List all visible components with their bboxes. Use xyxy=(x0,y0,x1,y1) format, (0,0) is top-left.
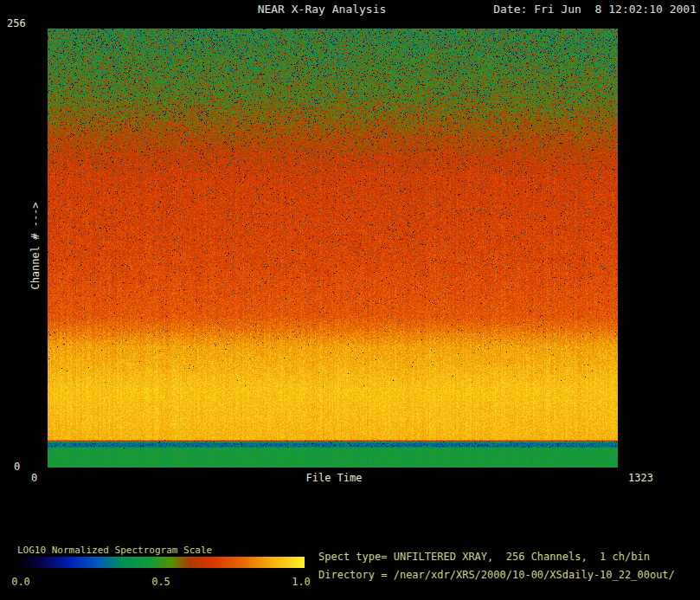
colorbar-min-label: 0.0 xyxy=(11,577,30,587)
x-axis-label: File Time xyxy=(305,473,362,483)
near-xray-analysis-window: NEAR X-Ray Analysis Date: Fri Jun 8 12:0… xyxy=(0,0,700,600)
x-axis-min-label: 0 xyxy=(31,473,37,483)
colorbar xyxy=(17,557,305,568)
directory-label: Directory = /near/xdr/XRS/2000/10-00/XSd… xyxy=(318,570,675,580)
colorbar-mid-label: 0.5 xyxy=(151,577,170,587)
date-label: Date: Fri Jun 8 12:02:10 2001 xyxy=(493,3,697,15)
spectrogram-heatmap xyxy=(48,29,618,468)
y-axis-max-label: 256 xyxy=(7,18,26,29)
colorbar-title: LOG10 Normalized Spectrogram Scale xyxy=(17,545,212,555)
y-axis-label: Channel # ---> xyxy=(30,27,41,466)
spect-type-label: Spect type= UNFILTERED XRAY, 256 Channel… xyxy=(318,552,650,562)
y-axis-min-label: 0 xyxy=(14,461,20,472)
colorbar-max-label: 1.0 xyxy=(292,577,311,587)
x-axis-max-label: 1323 xyxy=(628,473,653,483)
page-title: NEAR X-Ray Analysis xyxy=(258,3,387,15)
